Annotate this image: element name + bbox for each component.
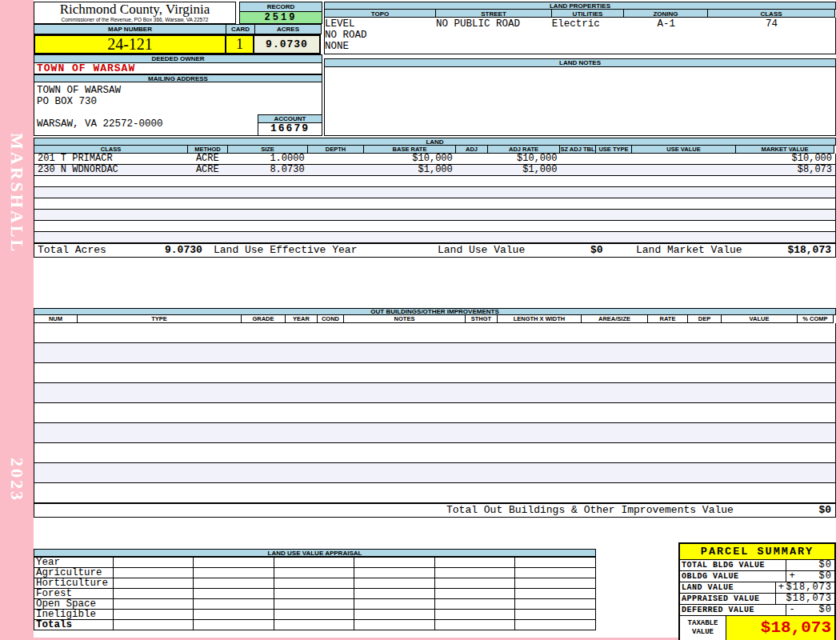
- acres-value: 9.0730: [253, 34, 321, 54]
- land-section-title: LAND: [34, 138, 836, 146]
- col-street: STREET: [435, 10, 552, 18]
- base-rate-cell: $1,000: [364, 165, 456, 175]
- deeded-owner-value: TOWN OF WARSAW: [34, 63, 322, 74]
- address-line-1: TOWN OF WARSAW: [37, 85, 322, 96]
- ps-value: $0: [798, 571, 834, 582]
- adj-rate-cell: $1,000: [488, 165, 560, 175]
- col-rate: RATE: [647, 315, 688, 323]
- topo-value-3: NONE: [325, 41, 436, 52]
- effective-year-label: Land Use Effective Year: [214, 244, 357, 257]
- ps-sign: +: [776, 582, 786, 593]
- acres-label: ACRES: [254, 24, 322, 34]
- taxable-label: TAXABLE VALUE: [680, 616, 726, 640]
- col-length-width: LENGTH X WIDTH: [497, 315, 582, 323]
- row-label-forest: Forest: [34, 589, 114, 599]
- parcel-summary-title: PARCEL SUMMARY: [680, 544, 834, 560]
- use-value-cell: [634, 154, 738, 164]
- county-title: Richmond County, Virginia: [34, 2, 235, 17]
- ob-empty-row: [34, 443, 835, 463]
- ps-row-obldg: OBLDG VALUE + $0: [680, 571, 834, 582]
- col-class: CLASS: [707, 10, 835, 18]
- market-value-cell: $8,073: [737, 165, 835, 175]
- land-notes-title: LAND NOTES: [324, 58, 836, 67]
- col-num: NUM: [34, 315, 78, 323]
- ps-row-land-value: LAND VALUE + $18,073: [680, 582, 834, 594]
- ob-empty-row: [34, 343, 835, 363]
- out-buildings-headers: NUM TYPE GRADE YEAR COND NOTES STHGT LEN…: [34, 315, 836, 323]
- ob-empty-row: [34, 483, 835, 503]
- market-value-cell: $10,000: [737, 154, 835, 164]
- col-base-rate: BASE RATE: [363, 146, 456, 154]
- total-acres-label: Total Acres: [38, 244, 106, 257]
- col-dep: DEP: [687, 315, 722, 323]
- col-use-value: USE VALUE: [631, 146, 736, 154]
- land-market-value-label: Land Market Value: [636, 244, 742, 257]
- col-notes: NOTES: [343, 315, 466, 323]
- class-cell: 230 N WDNORDAC: [34, 165, 187, 175]
- street-value: NO PUBLIC ROAD: [436, 18, 552, 29]
- col-year: YEAR: [285, 315, 318, 323]
- ob-empty-row: [34, 323, 835, 343]
- col-sz-adj-tbl: SZ ADJ TBL: [559, 146, 596, 154]
- adj-rate-cell: $10,000: [488, 154, 560, 164]
- col-area-size: AREA/SIZE: [581, 315, 648, 323]
- ps-label: LAND VALUE: [680, 582, 776, 593]
- use-type-cell: [597, 165, 634, 175]
- ob-total-value: $0: [818, 504, 831, 517]
- ob-empty-row: [34, 383, 835, 403]
- card-label: CARD: [226, 24, 255, 34]
- base-rate-cell: $10,000: [364, 154, 456, 164]
- adj-cell: [456, 154, 489, 164]
- row-label-ineligible: Ineligible: [34, 610, 114, 620]
- land-use-value-label: Land Use Value: [438, 244, 525, 257]
- map-number-label: MAP NUMBER: [34, 24, 226, 34]
- ps-row-deferred: DEFERRED VALUE - $0: [680, 605, 834, 616]
- map-number-value: 24-121: [34, 34, 226, 54]
- table-row: Forest: [34, 589, 596, 599]
- col-use-type: USE TYPE: [595, 146, 632, 154]
- table-row: Agriculture: [34, 568, 596, 578]
- ps-value: $18,073: [786, 593, 834, 604]
- depth-cell: [308, 165, 364, 175]
- table-row: Totals: [34, 620, 596, 630]
- table-row: Year: [34, 558, 596, 568]
- address-line-2: PO BOX 730: [37, 96, 322, 107]
- col-method: METHOD: [187, 146, 228, 154]
- land-properties-headers: TOPO STREET UTILITIES ZONING CLASS: [324, 10, 836, 18]
- land-empty-row: [34, 221, 835, 232]
- parcel-summary: PARCEL SUMMARY TOTAL BLDG VALUE $0 OBLDG…: [678, 542, 836, 640]
- col-zoning: ZONING: [623, 10, 708, 18]
- ob-empty-row: [34, 463, 835, 483]
- out-buildings-body: [34, 323, 836, 503]
- col-market-value: MARKET VALUE: [735, 146, 834, 154]
- record-label: RECORD: [239, 2, 322, 12]
- ob-total-label: Total Out Buildings & Other Improvements…: [446, 504, 734, 517]
- row-label-agriculture: Agriculture: [34, 568, 114, 578]
- parcel-id-values: 24-121 1 9.0730: [34, 34, 322, 54]
- topo-value-2: NO ROAD: [325, 30, 436, 41]
- col-type: TYPE: [77, 315, 242, 323]
- ps-sign: [786, 560, 798, 570]
- row-label-open-space: Open Space: [34, 599, 114, 610]
- ps-value: $18,073: [786, 582, 834, 593]
- ob-empty-row: [34, 423, 835, 443]
- out-buildings-title: OUT BUILDINGS/OTHER IMPROVEMENTS: [34, 308, 836, 315]
- tax-year-watermark: 2023: [6, 458, 27, 502]
- col-depth: DEPTH: [307, 146, 364, 154]
- land-use-appraisal-title: LAND USE VALUE APPRAISAL: [34, 549, 596, 557]
- topo-values: LEVEL NO ROAD NONE: [325, 18, 436, 54]
- parcel-id-headers: MAP NUMBER CARD ACRES: [34, 24, 322, 34]
- ps-row-taxable: TAXABLE VALUE $18,073: [680, 616, 834, 640]
- commissioner-line: Commissioner of the Revenue, PO Box 366,…: [34, 17, 235, 22]
- col-grade: GRADE: [241, 315, 286, 323]
- land-empty-row: [34, 187, 835, 198]
- land-empty-row: [34, 210, 835, 221]
- row-label-totals: Totals: [34, 620, 114, 630]
- row-label-horticulture: Horticulture: [34, 578, 114, 589]
- utilities-value: Electric: [552, 18, 624, 29]
- ob-empty-row: [34, 363, 835, 383]
- record-card: Richmond County, Virginia Commissioner o…: [34, 0, 836, 638]
- land-properties-values: LEVEL NO ROAD NONE NO PUBLIC ROAD Electr…: [324, 18, 836, 54]
- method-cell: ACRE: [187, 154, 227, 164]
- land-notes-box: [324, 67, 836, 136]
